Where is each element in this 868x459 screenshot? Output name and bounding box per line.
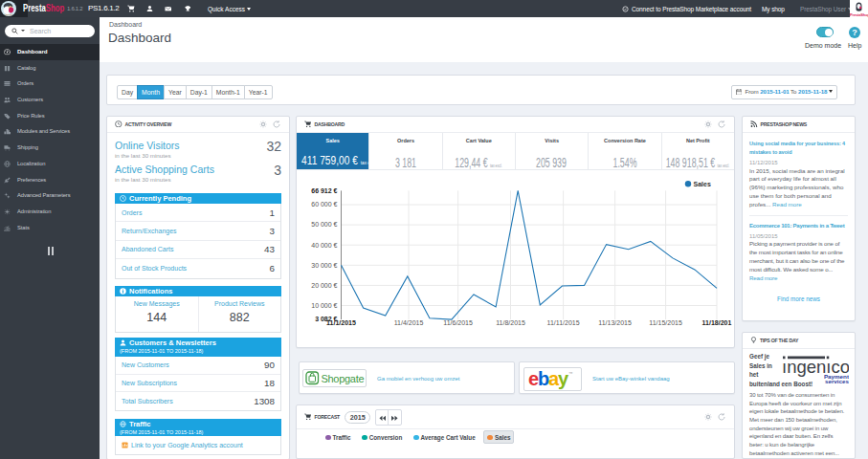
svg-text:services: services (825, 378, 849, 383)
svg-text:40 000 €: 40 000 € (311, 242, 337, 249)
svg-text:20 000 €: 20 000 € (311, 282, 337, 289)
svg-text:11/6/2015: 11/6/2015 (443, 319, 473, 326)
svg-text:y: y (558, 369, 569, 389)
svg-text:60 000 €: 60 000 € (311, 201, 337, 208)
svg-text:Shopgate: Shopgate (322, 373, 365, 384)
svg-text:10 000 €: 10 000 € (311, 302, 337, 309)
svg-text:11/4/2015: 11/4/2015 (394, 319, 424, 326)
svg-text:66 912 €: 66 912 € (311, 187, 337, 194)
svg-text:30 000 €: 30 000 € (311, 262, 337, 269)
svg-text:Sales: Sales (694, 181, 711, 187)
svg-text:11/15/2015: 11/15/2015 (649, 319, 682, 326)
svg-text:™: ™ (568, 371, 573, 376)
svg-text:e: e (528, 369, 539, 389)
svg-text:11/18/201: 11/18/201 (702, 319, 732, 326)
svg-text:b: b (538, 369, 549, 389)
svg-text:11/8/2015: 11/8/2015 (496, 319, 525, 326)
svg-text:11/1/2015: 11/1/2015 (326, 319, 356, 326)
svg-text:50 000 €: 50 000 € (311, 221, 337, 228)
svg-text:11/13/2015: 11/13/2015 (598, 319, 632, 326)
svg-text:11/11/2015: 11/11/2015 (547, 319, 580, 326)
